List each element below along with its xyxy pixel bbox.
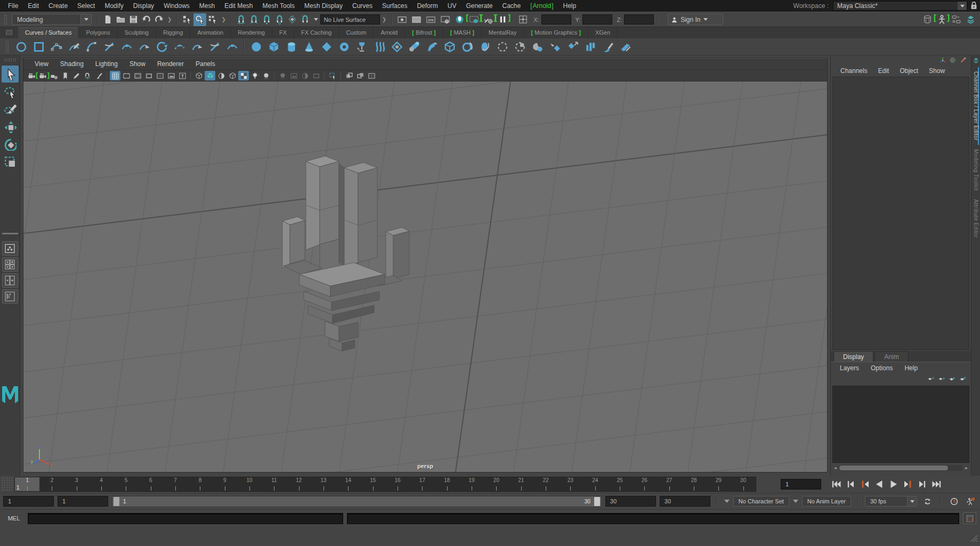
exposure-icon[interactable] bbox=[299, 71, 310, 80]
shelf-tab-xgen[interactable]: XGen bbox=[588, 27, 618, 38]
snap-to-grid-icon[interactable] bbox=[235, 13, 248, 26]
sculpt-brush-icon[interactable] bbox=[93, 71, 104, 80]
sidebar-pin-icon[interactable] bbox=[973, 57, 979, 64]
x-coord-input[interactable] bbox=[541, 14, 571, 25]
timeline-frame-23[interactable]: 23 bbox=[558, 477, 582, 491]
node-editor-dock-icon[interactable] bbox=[950, 13, 962, 26]
render-settings-icon[interactable] bbox=[439, 13, 451, 26]
make-object-live-icon[interactable] bbox=[286, 13, 299, 26]
y-coord-input[interactable] bbox=[582, 14, 612, 25]
outliner-pane-layout-button[interactable] bbox=[2, 289, 18, 304]
viewport-3d[interactable]: persp z x y bbox=[23, 82, 827, 472]
character-set-menu-icon[interactable] bbox=[724, 500, 730, 506]
align-surfaces-icon[interactable] bbox=[564, 39, 581, 55]
playback-start-field[interactable]: 1 bbox=[58, 496, 108, 507]
go-to-end-button[interactable] bbox=[929, 478, 944, 491]
menu-deform[interactable]: Deform bbox=[412, 0, 442, 12]
single-pane-layout-button[interactable] bbox=[2, 241, 18, 256]
timeline-frame-17[interactable]: 17 bbox=[410, 477, 434, 491]
xray-joints-icon[interactable] bbox=[355, 71, 366, 80]
menu-mesh-display[interactable]: Mesh Display bbox=[299, 0, 347, 12]
add-points-tool-icon[interactable] bbox=[171, 39, 188, 55]
scrollbar-track[interactable] bbox=[839, 465, 963, 471]
timeline-frame-9[interactable]: 9 bbox=[213, 477, 237, 491]
selection-highlight-icon[interactable] bbox=[327, 71, 338, 80]
time-slider-ruler[interactable]: 1123456789101112131415161718192021222324… bbox=[14, 477, 756, 492]
expander-icon[interactable]: ❯ bbox=[167, 17, 172, 22]
nurbs-sphere-icon[interactable] bbox=[247, 39, 265, 55]
four-view-layout-icon[interactable] bbox=[516, 13, 529, 26]
shaded-mode-icon[interactable] bbox=[205, 71, 215, 80]
shelf-tab-mentalray[interactable]: MentalRay bbox=[482, 27, 524, 38]
render-view-icon[interactable] bbox=[395, 13, 408, 26]
command-input[interactable] bbox=[28, 513, 343, 524]
bevel-icon[interactable] bbox=[476, 39, 493, 55]
menu-surfaces[interactable]: Surfaces bbox=[377, 0, 412, 12]
manip-sphere-icon[interactable] bbox=[949, 56, 957, 66]
open-scene-icon[interactable] bbox=[114, 13, 127, 26]
channel-box-content[interactable] bbox=[832, 77, 969, 350]
trim-tool-icon[interactable] bbox=[529, 39, 546, 55]
playback-end-field[interactable]: 30 bbox=[605, 496, 656, 507]
new-empty-layer-icon[interactable] bbox=[948, 375, 956, 384]
layer-editor-scrollbar[interactable]: ◄ ► bbox=[832, 464, 969, 471]
anim-layer-select[interactable]: No Anim Layer bbox=[802, 496, 851, 507]
layer-editor-tab-display[interactable]: Display bbox=[833, 351, 873, 362]
nurbs-square-icon[interactable] bbox=[30, 39, 47, 55]
z-coord-input[interactable] bbox=[624, 14, 654, 25]
extrude-icon[interactable] bbox=[406, 39, 423, 55]
panel-menu-shading[interactable]: Shading bbox=[54, 60, 90, 68]
arnold-renderview-icon[interactable] bbox=[453, 13, 466, 26]
panel-menu-panels[interactable]: Panels bbox=[190, 60, 221, 68]
snap-to-projected-center-icon[interactable] bbox=[273, 13, 286, 26]
scroll-left-icon[interactable]: ◄ bbox=[832, 465, 838, 471]
channel-box-menu-object[interactable]: Object bbox=[894, 67, 924, 75]
nurbs-cylinder-icon[interactable] bbox=[282, 39, 300, 55]
ipr-render-icon[interactable]: IPR bbox=[424, 13, 437, 26]
shadows-icon[interactable] bbox=[261, 71, 271, 80]
menu-file[interactable]: File bbox=[3, 0, 23, 12]
character-controls-icon[interactable] bbox=[935, 13, 948, 26]
shelf-grip[interactable] bbox=[5, 40, 9, 53]
field-chart-icon[interactable] bbox=[155, 71, 165, 80]
square-surface-icon[interactable] bbox=[458, 39, 476, 55]
resolution-gate-icon[interactable] bbox=[132, 71, 143, 80]
menu-create[interactable]: Create bbox=[44, 0, 72, 12]
select-camera-icon[interactable] bbox=[26, 71, 37, 80]
menu-curves[interactable]: Curves bbox=[347, 0, 377, 12]
surface-pencil-icon[interactable] bbox=[617, 39, 634, 55]
panel-menu-lighting[interactable]: Lighting bbox=[90, 60, 124, 68]
nurbs-torus-icon[interactable] bbox=[335, 39, 353, 55]
animation-start-field[interactable]: 1 bbox=[3, 496, 54, 507]
sculpt-surface-icon[interactable] bbox=[599, 39, 617, 55]
select-by-component-icon[interactable] bbox=[206, 13, 219, 26]
planar-icon[interactable] bbox=[388, 39, 406, 55]
shelf-tab-rendering[interactable]: Rendering bbox=[231, 27, 272, 38]
chevron-down-icon[interactable] bbox=[314, 18, 318, 23]
command-language-toggle[interactable]: MEL bbox=[4, 515, 24, 521]
camera-attributes-icon[interactable] bbox=[48, 71, 59, 80]
shelf-tab-motion-graphics[interactable]: Motion Graphics bbox=[524, 27, 588, 38]
character-set-select[interactable]: No Character Set bbox=[733, 496, 789, 507]
select-by-object-icon[interactable] bbox=[193, 13, 206, 26]
layer-editor-menu-layers[interactable]: Layers bbox=[834, 364, 865, 372]
expander-icon[interactable]: ❯ bbox=[382, 17, 386, 22]
timeline-frame-8[interactable]: 8 bbox=[188, 477, 212, 491]
timeline-frame-1[interactable]: 11 bbox=[15, 477, 39, 491]
layer-editor-tab-anim[interactable]: Anim bbox=[874, 351, 908, 362]
menu-cache[interactable]: Cache bbox=[497, 0, 525, 12]
layer-editor-menu-options[interactable]: Options bbox=[865, 364, 898, 372]
panel-menu-renderer[interactable]: Renderer bbox=[151, 60, 190, 68]
channel-box-menu-channels[interactable]: Channels bbox=[835, 67, 873, 75]
side-tab-channel-box-layer-editor[interactable]: Channel Box / Layer Editor bbox=[973, 67, 979, 145]
shelf-tab-fx[interactable]: FX bbox=[272, 27, 294, 38]
wireframe-mode-icon[interactable] bbox=[193, 71, 204, 80]
attach-surfaces-icon[interactable] bbox=[546, 39, 564, 55]
safe-title-icon[interactable]: T bbox=[177, 71, 188, 80]
step-forward-key-button[interactable] bbox=[901, 478, 915, 491]
sign-in-button[interactable]: Sign In bbox=[668, 14, 723, 25]
new-scene-icon[interactable] bbox=[101, 13, 114, 26]
scroll-right-icon[interactable]: ► bbox=[963, 465, 969, 471]
panel-menu-view[interactable]: View bbox=[29, 60, 54, 68]
animation-preferences-icon[interactable] bbox=[964, 495, 977, 507]
